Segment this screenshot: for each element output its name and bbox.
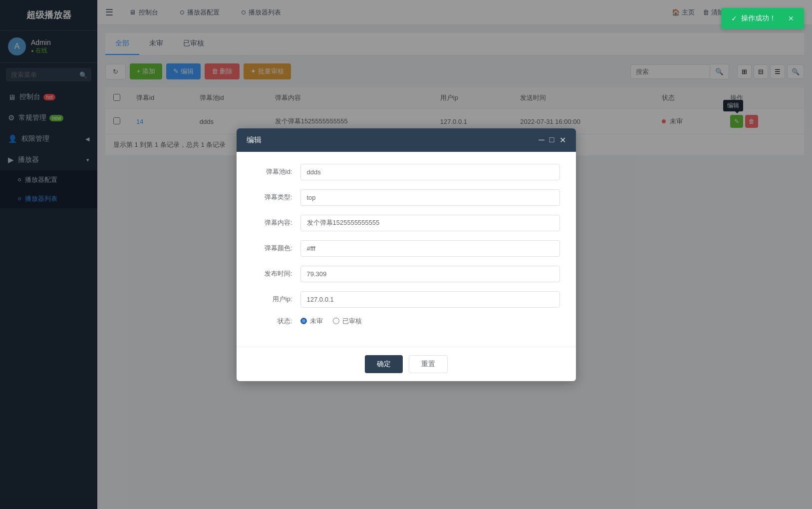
modal-overlay: 编辑 ─ □ ✕ 弹幕池id: 弹幕类型: xyxy=(97,25,812,509)
color-input[interactable] xyxy=(300,240,560,257)
minimize-button[interactable]: ─ xyxy=(539,135,544,144)
status-pending-radio[interactable] xyxy=(300,318,307,324)
edit-modal: 编辑 ─ □ ✕ 弹幕池id: 弹幕类型: xyxy=(237,128,576,381)
status-approved-option[interactable]: 已审核 xyxy=(333,317,362,326)
form-row-color: 弹幕颜色: xyxy=(253,240,560,257)
status-label: 状态: xyxy=(253,317,292,326)
content-area: ✓ 操作成功！ ✕ 全部 未审 已审核 ↻ + 添加 ✎ 编辑 🗑 删除 ✦ 批… xyxy=(97,25,812,509)
user-ip-label: 用户ip: xyxy=(253,295,292,304)
maximize-button[interactable]: □ xyxy=(549,135,554,144)
status-approved-label: 已审核 xyxy=(342,317,362,326)
status-radio-group: 未审 已审核 xyxy=(300,317,362,326)
form-row-status: 状态: 未审 已审核 xyxy=(253,317,560,326)
pool-id-input[interactable] xyxy=(300,164,560,180)
user-ip-input[interactable] xyxy=(300,291,560,308)
content-input[interactable] xyxy=(300,215,560,231)
main-area: ☰ 🖥 控制台 播放器配置 播放器列表 🏠 主页 🗑 清除缓存 🔤 xyxy=(97,0,812,509)
time-input[interactable] xyxy=(300,266,560,282)
modal-body: 弹幕池id: 弹幕类型: 弹幕内容: 弹幕颜色: xyxy=(237,152,576,347)
success-toast: ✓ 操作成功！ ✕ xyxy=(721,25,804,29)
form-row-time: 发布时间: xyxy=(253,266,560,282)
pool-id-label: 弹幕池id: xyxy=(253,167,292,176)
modal-footer: 确定 重置 xyxy=(237,347,576,381)
content-label: 弹幕内容: xyxy=(253,218,292,227)
status-pending-option[interactable]: 未审 xyxy=(300,317,323,326)
form-row-user-ip: 用户ip: xyxy=(253,291,560,308)
form-row-pool-id: 弹幕池id: xyxy=(253,164,560,180)
time-label: 发布时间: xyxy=(253,269,292,278)
modal-header: 编辑 ─ □ ✕ xyxy=(237,128,576,152)
type-input[interactable] xyxy=(300,189,560,206)
modal-actions: ─ □ ✕ xyxy=(539,135,565,145)
status-approved-radio[interactable] xyxy=(333,318,339,324)
reset-button[interactable]: 重置 xyxy=(409,355,448,373)
form-row-type: 弹幕类型: xyxy=(253,189,560,206)
form-row-content: 弹幕内容: xyxy=(253,215,560,231)
status-pending-label: 未审 xyxy=(310,317,323,326)
type-label: 弹幕类型: xyxy=(253,193,292,202)
confirm-button[interactable]: 确定 xyxy=(365,355,403,373)
color-label: 弹幕颜色: xyxy=(253,244,292,253)
close-button[interactable]: ✕ xyxy=(559,135,566,145)
modal-title: 编辑 xyxy=(247,135,262,145)
